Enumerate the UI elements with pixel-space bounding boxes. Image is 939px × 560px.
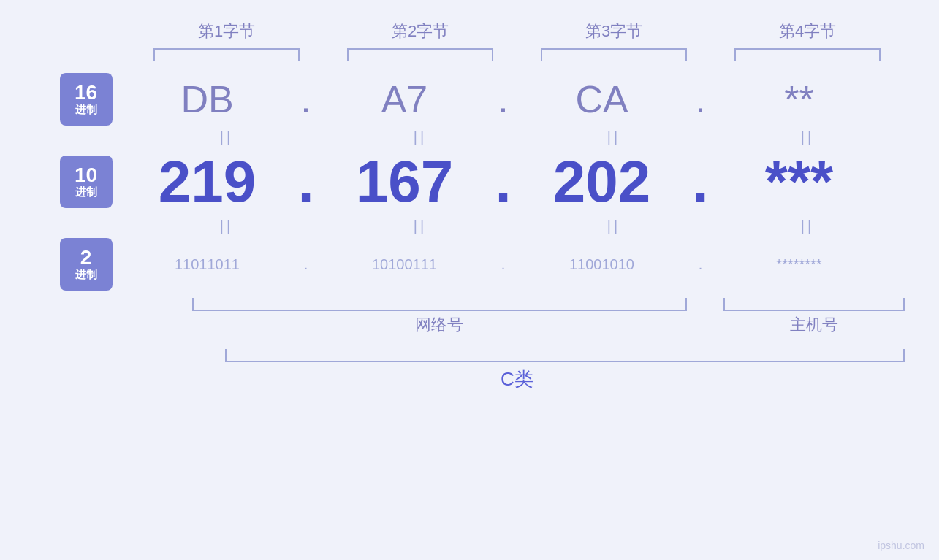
network-host-labels: 网络号 主机号 <box>130 314 905 336</box>
byte1-header: 第1字节 <box>146 20 307 42</box>
bracket-top-1 <box>153 48 300 61</box>
bin-val3: 11001010 <box>522 256 683 273</box>
byte-headers: 第1字节 第2字节 第3字节 第4字节 <box>130 20 905 42</box>
hex-badge: 16 进制 <box>60 73 113 126</box>
dec-val2: 167 <box>324 148 485 215</box>
dec-val1: 219 <box>127 148 288 215</box>
eq2-2: || <box>340 218 501 235</box>
bin-values: 11011011 . 10100111 . 11001010 . *******… <box>127 256 880 273</box>
dec-values: 219 . 167 . 202 . *** <box>127 148 880 215</box>
eq1-4: || <box>727 129 888 145</box>
network-label: 网络号 <box>191 314 687 336</box>
dec-dot1: . <box>288 148 324 215</box>
byte4-header: 第4字节 <box>727 20 888 42</box>
bin-val1: 11011011 <box>127 256 288 273</box>
bin-val2: 10100111 <box>324 256 485 273</box>
dec-val3: 202 <box>522 148 683 215</box>
class-label: C类 <box>130 367 905 392</box>
bracket-host <box>723 298 904 311</box>
bin-dot3: . <box>683 256 719 273</box>
bracket-top-4 <box>734 48 881 61</box>
main-container: 第1字节 第2字节 第3字节 第4字节 16 进制 DB . A7 . <box>0 0 939 560</box>
eq1-1: || <box>146 129 307 145</box>
bracket-top-2 <box>347 48 493 61</box>
hex-row: 16 进制 DB . A7 . CA . ** <box>60 73 880 126</box>
bin-val4: ******** <box>719 256 880 273</box>
bin-dot1: . <box>288 256 324 273</box>
dec-row: 10 进制 219 . 167 . 202 . *** <box>60 148 880 215</box>
hex-val2: A7 <box>324 77 485 121</box>
eq2-4: || <box>727 218 888 235</box>
hex-val4: ** <box>719 77 880 121</box>
bracket-network <box>192 298 687 311</box>
hex-dot1: . <box>288 77 324 121</box>
dec-badge: 10 进制 <box>60 156 113 208</box>
hex-dot2: . <box>485 77 522 121</box>
bracket-outer <box>225 349 905 362</box>
host-label: 主机号 <box>723 314 904 336</box>
watermark: ipshu.com <box>878 540 924 551</box>
dec-dot2: . <box>485 148 522 215</box>
eq1-3: || <box>533 129 694 145</box>
equals-row-2: || || || || <box>130 218 905 235</box>
byte2-header: 第2字节 <box>340 20 501 42</box>
hex-val1: DB <box>127 77 288 121</box>
eq2-1: || <box>146 218 307 235</box>
hex-values: DB . A7 . CA . ** <box>127 77 880 121</box>
hex-val3: CA <box>522 77 683 121</box>
top-brackets <box>130 48 905 61</box>
bin-row: 2 进制 11011011 . 10100111 . 11001010 . <box>60 238 880 291</box>
bracket-top-3 <box>541 48 687 61</box>
dec-val4: *** <box>719 148 880 215</box>
bottom-brackets <box>130 298 905 311</box>
equals-row-1: || || || || <box>130 129 905 145</box>
hex-dot3: . <box>683 77 719 121</box>
byte3-header: 第3字节 <box>533 20 694 42</box>
dec-dot3: . <box>683 148 719 215</box>
eq1-2: || <box>340 129 501 145</box>
bin-dot2: . <box>485 256 522 273</box>
eq2-3: || <box>533 218 694 235</box>
bin-badge: 2 进制 <box>60 238 113 291</box>
